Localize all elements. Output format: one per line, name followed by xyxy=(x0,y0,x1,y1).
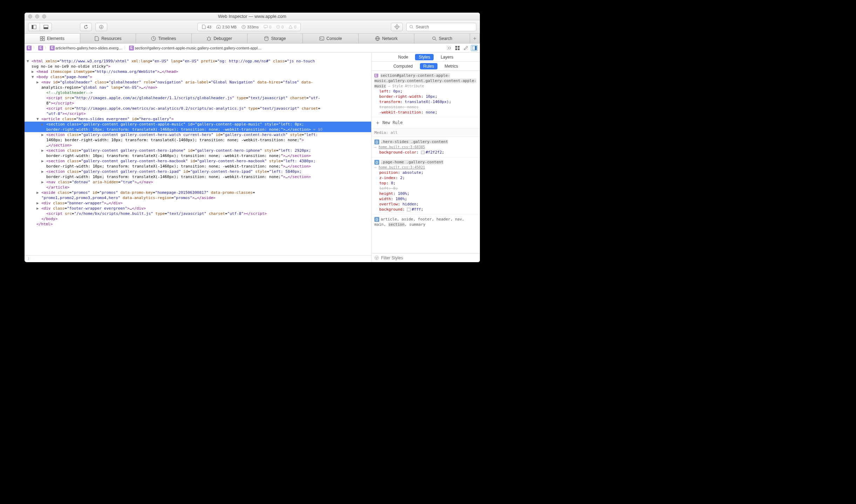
dom-node[interactable]: <script src="/v/home/bx/scripts/home.bui… xyxy=(25,211,371,216)
dom-node[interactable]: ▼<article class="hero-slides evergreen" … xyxy=(25,116,371,122)
dom-node[interactable]: svg no-ie no-ie9 no-oldie sticky"> xyxy=(25,64,371,69)
dom-node[interactable]: </html> xyxy=(25,222,371,227)
toolbar: 43 2.50 MB 333ms 0 !0 0 xyxy=(25,20,480,34)
side-tab-node[interactable]: Node xyxy=(395,54,412,60)
dom-node[interactable]: ▶<nav class="dotnav" aria-hidden="true">… xyxy=(25,179,371,185)
dom-node[interactable]: ▶<section class="gallery-content gallery… xyxy=(25,148,371,153)
dom-node[interactable]: analytics-region="global nav" lang="en-U… xyxy=(25,85,371,90)
dom-node[interactable]: ▶<nav id="globalheader" class="globalhea… xyxy=(25,80,371,85)
rule-badge-icon: {} xyxy=(374,139,379,144)
download-button[interactable] xyxy=(95,23,107,31)
dom-node[interactable]: ▼<html xmlns="http://www.w3.org/1999/xht… xyxy=(25,59,371,64)
sidebar-toggle-icon[interactable] xyxy=(471,45,478,51)
css-property[interactable]: overflow: hidden; xyxy=(374,202,477,207)
reload-button[interactable] xyxy=(80,23,92,31)
element-badge-icon[interactable]: E xyxy=(129,46,134,50)
dom-node[interactable]: ▶<section class="gallery-content gallery… xyxy=(25,158,371,164)
msg-count: 0 xyxy=(269,25,271,29)
time-label: 333ms xyxy=(247,25,259,29)
new-rule-button[interactable]: ＋New Rule xyxy=(372,117,480,129)
dock-bottom-button[interactable] xyxy=(40,23,52,31)
dom-tree[interactable]: ▼<html xmlns="http://www.w3.org/1999/xht… xyxy=(25,53,371,255)
css-property[interactable]: -webkit-transition: none; xyxy=(374,110,477,115)
tab-add[interactable]: + xyxy=(470,34,480,43)
dom-node[interactable]: 1460px; border-right-width: 10px; transf… xyxy=(25,137,371,143)
size-label: 2.50 MB xyxy=(222,25,237,29)
dom-node[interactable]: ▶<div class="footer-wrapper evergreen">…… xyxy=(25,206,371,211)
tab-network[interactable]: Network xyxy=(359,34,414,43)
tree-view-icon[interactable] xyxy=(446,45,453,51)
dom-node[interactable]: <script src="http://images.apple.com/met… xyxy=(25,106,371,111)
dock-left-button[interactable] xyxy=(28,23,40,31)
doc-count: 43 xyxy=(207,25,211,29)
dom-node[interactable]: ▶<aside class="promos" id="promos" data-… xyxy=(25,190,371,195)
search-input[interactable] xyxy=(416,25,473,29)
sub-tab-rules[interactable]: Rules xyxy=(420,63,438,69)
element-badge-icon[interactable]: E xyxy=(50,46,55,50)
tab-storage[interactable]: Storage xyxy=(247,34,303,43)
rule-selector[interactable]: article, aside, footer, header, nav, mai… xyxy=(374,217,464,227)
element-badge-icon[interactable]: E xyxy=(27,46,32,50)
css-property[interactable]: background-color: #f2f2f2; xyxy=(374,150,477,155)
side-tab-layers[interactable]: Layers xyxy=(437,54,457,60)
sub-tab-computed[interactable]: Computed xyxy=(390,63,416,69)
css-rules[interactable]: E section#gallery-content-apple-music.ga… xyxy=(372,71,480,253)
dom-node[interactable]: "promo1,promo2,promo3,promo4,hero" data-… xyxy=(25,195,371,200)
css-property[interactable]: top: 0; xyxy=(374,181,477,186)
tab-debugger[interactable]: Debugger xyxy=(192,34,247,43)
css-property[interactable]: height: 100%; xyxy=(374,191,477,196)
grid-view-icon[interactable] xyxy=(454,45,461,51)
tab-search[interactable]: Search xyxy=(414,34,470,43)
edit-icon[interactable] xyxy=(462,45,469,51)
css-property[interactable]: position: absolute; xyxy=(374,170,477,175)
dom-node[interactable]: <!--/globalheader--> xyxy=(25,90,371,95)
css-property[interactable]: left: 0px; xyxy=(374,89,477,94)
css-property[interactable]: transform: translateX(-1460px); xyxy=(374,99,477,104)
dom-node[interactable]: ▶<section class="gallery-content gallery… xyxy=(25,122,371,127)
side-tab-styles[interactable]: Styles xyxy=(415,54,434,60)
dom-node[interactable]: <script src="http://images.apple.com/ac/… xyxy=(25,95,371,101)
css-property[interactable]: background: #fff; xyxy=(374,207,477,212)
search-box[interactable] xyxy=(406,23,476,31)
tab-console[interactable]: Console xyxy=(303,34,359,43)
dom-node[interactable]: border-right-width: 10px; transform: tra… xyxy=(25,153,371,158)
window-title: Web Inspector — www.apple.com xyxy=(25,14,480,19)
dom-node[interactable]: border-right-width: 10px; transform: tra… xyxy=(25,164,371,169)
tab-timelines[interactable]: Timelines xyxy=(136,34,192,43)
dom-node[interactable]: ▶<head itemscope itemtype="http://schema… xyxy=(25,69,371,74)
sub-tab-metrics[interactable]: Metrics xyxy=(441,63,462,69)
svg-rect-24 xyxy=(455,46,457,48)
rule-selector[interactable]: .page-home .gallery-content xyxy=(381,160,443,164)
css-property[interactable]: left: 0; xyxy=(374,186,477,191)
breadcrumb-item[interactable]: article#hero-gallery.hero-slides.everg… xyxy=(55,46,122,50)
dom-node[interactable]: ▼<body class="page-home"> xyxy=(25,74,371,80)
css-property[interactable]: border-right-width: 10px; xyxy=(374,94,477,99)
element-badge-icon[interactable]: E xyxy=(38,46,43,50)
dom-node[interactable]: border-right-width: 10px; transform: tra… xyxy=(25,127,371,132)
dom-node[interactable]: ▶<div class="banner-wrapper">…</div> xyxy=(25,200,371,206)
dom-node[interactable] xyxy=(25,53,371,59)
rule-selector[interactable]: .hero-slides .gallery-content xyxy=(381,139,448,144)
tab-resources[interactable]: Resources xyxy=(80,34,136,43)
dom-node[interactable]: </body> xyxy=(25,216,371,222)
css-property[interactable]: z-index: 2; xyxy=(374,175,477,181)
dom-node[interactable]: "utf-8"></script> xyxy=(25,111,371,116)
dom-node[interactable]: 8"></script> xyxy=(25,101,371,106)
dom-node[interactable]: </article> xyxy=(25,185,371,190)
css-property[interactable]: width: 100%; xyxy=(374,196,477,202)
dom-node[interactable]: …</section> xyxy=(25,143,371,148)
source-link[interactable]: home.built.css:3:68385 xyxy=(379,145,425,149)
css-property[interactable]: transition: none; xyxy=(374,104,477,110)
tab-elements[interactable]: Elements xyxy=(25,34,80,43)
breadcrumb-item[interactable]: section#gallery-content-apple-music.gall… xyxy=(135,46,261,50)
console-prompt[interactable]: 〉 xyxy=(25,255,371,262)
inspector-window: Web Inspector — www.apple.com 43 2.50 MB… xyxy=(25,13,480,262)
filter-input[interactable] xyxy=(381,256,477,260)
dom-node[interactable]: ▶<section class="gallery-content gallery… xyxy=(25,169,371,174)
inspect-button[interactable] xyxy=(391,23,403,31)
dom-node[interactable]: ▶<section class="gallery-content gallery… xyxy=(25,132,371,137)
dom-node[interactable]: border-right-width: 10px; transform: tra… xyxy=(25,174,371,179)
svg-rect-20 xyxy=(320,37,324,40)
svg-point-19 xyxy=(265,36,268,38)
source-link[interactable]: home.built.css:3:45021 xyxy=(379,165,425,169)
